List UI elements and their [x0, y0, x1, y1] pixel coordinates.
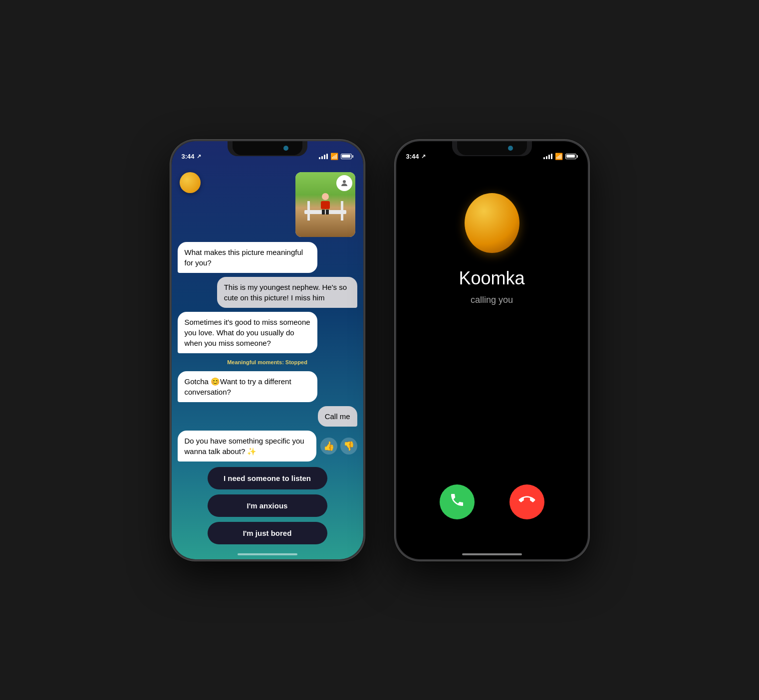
child-figure [320, 193, 330, 212]
time-label-2: 3:44 [406, 153, 419, 160]
quick-reply-bored[interactable]: I'm just bored [208, 522, 327, 544]
notch-2 [457, 141, 527, 155]
accept-call-button[interactable] [440, 484, 475, 519]
quick-reply-listen[interactable]: I need someone to listen [208, 467, 327, 489]
quick-reply-anxious[interactable]: I'm anxious [208, 494, 327, 517]
bar4-2 [551, 154, 552, 159]
chat-screen: 3:44 ↗ 📶 [172, 141, 363, 559]
messages-list: What makes this picture meaningful for y… [172, 242, 363, 462]
home-indicator-1 [238, 553, 297, 555]
notch-1 [233, 141, 302, 155]
chat-header-row [172, 168, 363, 242]
photo-avatar-icon [336, 175, 352, 191]
phone-1: 3:44 ↗ 📶 [170, 140, 365, 561]
decline-call-button[interactable] [509, 484, 544, 519]
message-bubble-4: Gotcha 😊Want to try a different conversa… [178, 371, 318, 402]
bench-leg1 [307, 201, 310, 221]
thumbs-down-btn[interactable]: 👎 [340, 438, 357, 455]
call-content: Koomka calling you [396, 163, 588, 559]
status-label-stopped: Meaningful moments: Stopped [178, 359, 357, 365]
bar3 [324, 155, 325, 159]
quick-replies: I need someone to listen I'm anxious I'm… [172, 462, 363, 559]
bar3-2 [548, 155, 550, 159]
call-screen: 3:44 ↗ 📶 [396, 141, 588, 559]
user-avatar [180, 172, 201, 193]
message-with-actions: Do you have something specific you wanna… [178, 431, 357, 462]
phone-2: 3:44 ↗ 📶 [395, 140, 589, 561]
notch-dot-1 [283, 146, 288, 151]
time-label-1: 3:44 [182, 153, 195, 160]
wifi-icon-2: 📶 [555, 153, 563, 160]
bench-leg2 [341, 201, 343, 221]
message-bubble-6: Do you have something specific you wanna… [178, 431, 316, 462]
caller-avatar [465, 193, 519, 253]
bar2 [321, 156, 323, 159]
notch-dot-2 [508, 146, 513, 151]
wifi-icon-1: 📶 [330, 153, 338, 160]
home-indicator-2 [462, 553, 522, 555]
signal-bars-1 [319, 154, 328, 159]
location-arrow-icon-2: ↗ [421, 153, 426, 160]
contact-photo [295, 172, 355, 237]
chat-content: What makes this picture meaningful for y… [172, 163, 363, 559]
caller-name: Koomka [459, 268, 524, 289]
reaction-buttons: 👍 👎 [320, 438, 357, 455]
battery-icon-2 [565, 154, 578, 159]
status-right-2: 📶 [543, 153, 578, 161]
status-left-2: 3:44 ↗ [406, 153, 426, 161]
bar4 [326, 154, 328, 159]
bar1 [319, 157, 320, 159]
phone-decline-icon [519, 492, 535, 511]
caller-status: calling you [471, 295, 513, 305]
status-left-1: 3:44 ↗ [182, 153, 201, 161]
thumbs-up-btn[interactable]: 👍 [320, 438, 337, 455]
bar2-2 [546, 156, 547, 159]
battery-icon-1 [341, 154, 353, 159]
phone-accept-icon [449, 492, 465, 511]
call-actions [422, 484, 562, 519]
message-bubble-1: What makes this picture meaningful for y… [178, 242, 318, 273]
location-arrow-icon: ↗ [197, 153, 201, 160]
message-bubble-2: This is my youngest nephew. He's so cute… [217, 277, 357, 308]
phones-container: 3:44 ↗ 📶 [170, 140, 589, 561]
message-bubble-5: Call me [318, 406, 357, 427]
status-right-1: 📶 [319, 153, 353, 161]
svg-point-0 [343, 180, 346, 183]
message-bubble-3: Sometimes it's good to miss someone you … [178, 312, 318, 353]
signal-bars-2 [543, 154, 552, 159]
bar1-2 [543, 157, 545, 159]
